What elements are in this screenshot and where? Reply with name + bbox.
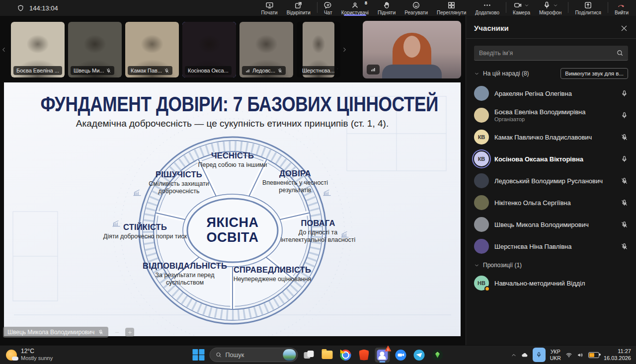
search-highlight-image[interactable]	[283, 349, 296, 361]
more-dots-icon	[483, 1, 491, 9]
mic-muted-icon[interactable]	[621, 177, 628, 185]
windows-start-button[interactable]	[191, 348, 206, 363]
mic-on-icon[interactable]	[621, 90, 628, 97]
taskbar-search[interactable]	[210, 348, 298, 362]
video-tile-label: Шерстнєва...	[299, 66, 338, 75]
share-icon	[584, 1, 592, 9]
shared-presentation-slide: ФУНДАМЕНТ ДОВІРИ: 7 БАЗОВИХ ЦІННОСТЕЙ Ак…	[4, 82, 461, 336]
search-input[interactable]	[474, 46, 628, 61]
teams-button[interactable]: !	[375, 348, 390, 363]
view-button[interactable]: Переглянути	[432, 0, 471, 16]
system-tray: УКР UKR 11:27 16.03.2026	[511, 348, 636, 362]
onedrive-icon[interactable]	[521, 352, 528, 359]
segment-title: ЧЕСНІСТЬ	[190, 151, 275, 160]
mute-all-button[interactable]: Вимкнути звук для в...	[560, 68, 628, 79]
start-presenting-button[interactable]: Почати	[256, 0, 282, 16]
values-wheel-diagram	[4, 82, 461, 336]
zoom-out-button[interactable]	[112, 328, 121, 337]
participant-row[interactable]: Боєва Евеліна Володимирівна Організатор	[466, 104, 636, 126]
chrome-button[interactable]	[338, 348, 353, 363]
participant-name: Камак Павличко Владиславович	[494, 134, 615, 141]
taskbar-search-input[interactable]	[226, 352, 280, 359]
video-tile-label: Боєва Евеліна ...	[13, 66, 62, 75]
chevron-down-icon[interactable]	[553, 3, 558, 8]
weather-icon	[6, 350, 17, 361]
chevron-down-icon[interactable]	[524, 3, 529, 8]
wheel-segment-label: РІШУЧІСТЬ Сміливість захищати доброчесні…	[136, 170, 222, 196]
teams-meeting-window: 144:13:04 Почати Відкріпити Чат 8 Корист…	[0, 0, 636, 364]
video-tile[interactable]: Боєва Евеліна ...	[11, 22, 65, 77]
video-filmstrip: Боєва Евеліна ... Швець Ми...	[0, 20, 466, 79]
wifi-icon[interactable]	[565, 352, 572, 359]
participant-search[interactable]	[474, 46, 628, 61]
mic-button[interactable]: Мікрофон	[535, 0, 566, 16]
weather-temp: 12°C	[21, 348, 53, 355]
popout-button[interactable]: Відкріпити	[282, 0, 315, 16]
chevron-right-icon	[341, 46, 348, 53]
task-view-button[interactable]	[302, 348, 317, 363]
telegram-button[interactable]	[412, 348, 427, 363]
participant-row[interactable]: Швець Микола Володимирович	[466, 214, 636, 235]
panel-title: Учасники	[474, 24, 509, 32]
leave-button[interactable]: Вийти	[610, 0, 633, 16]
grid-view-icon	[447, 1, 456, 9]
file-explorer-button[interactable]	[320, 348, 335, 363]
segment-description: Діяти доброчесно попри тиск	[102, 233, 188, 240]
section-suggestions[interactable]: Пропозиції (1)	[466, 257, 636, 272]
participant-row[interactable]: КВ Камак Павличко Владиславович	[466, 126, 636, 148]
close-icon[interactable]	[620, 24, 628, 32]
more-button[interactable]: Додатково	[471, 0, 504, 16]
share-button[interactable]: Поділитися	[570, 0, 606, 16]
mic-muted-icon[interactable]	[621, 199, 628, 207]
mic-on-icon[interactable]	[621, 112, 628, 119]
mic-muted-icon[interactable]	[621, 221, 628, 228]
chat-button[interactable]: Чат	[319, 0, 337, 16]
zoom-button[interactable]	[394, 348, 408, 363]
language-switcher[interactable]: УКР UKR	[550, 349, 561, 361]
volume-icon[interactable]	[577, 352, 584, 359]
weather-widget[interactable]: 12°C Mostly sunny	[0, 348, 53, 361]
video-tile-label: Швець Ми...	[71, 66, 114, 75]
suggestion-row[interactable]: НВ Навчально-методичний Відділ	[466, 272, 636, 294]
suggestion-name: Навчально-методичний Відділ	[494, 280, 628, 287]
camera-button[interactable]: Камера	[508, 0, 535, 16]
section-in-this-meeting[interactable]: На цій нараді (8) Вимкнути звук для в...	[466, 64, 636, 82]
mic-in-use-indicator[interactable]	[533, 348, 546, 362]
mic-icon	[536, 352, 542, 358]
shield-icon	[17, 4, 24, 12]
sims-button[interactable]	[430, 348, 445, 363]
participant-row[interactable]: КВ Косінова Оксана Вікторівна	[466, 148, 636, 170]
filmstrip-next-button[interactable]	[340, 40, 348, 60]
video-tile[interactable]: Ледовс...	[239, 22, 293, 77]
task-view-icon	[304, 351, 314, 360]
mic-muted-icon	[106, 68, 111, 73]
participant-name: Боєва Евеліна Володимирівна	[494, 108, 615, 116]
participant-row[interactable]: Ледовський Володимир Русланович	[466, 170, 636, 192]
mic-muted-icon[interactable]	[621, 243, 628, 250]
participant-row[interactable]: Шерстнєва Ніна Павлівна	[466, 235, 636, 257]
brave-button[interactable]	[357, 348, 372, 363]
mic-icon	[543, 1, 551, 9]
video-tile[interactable]: Шерстнєва...	[297, 22, 340, 77]
video-tile[interactable]: Камак Пав...	[125, 22, 179, 77]
mic-muted-icon[interactable]	[621, 134, 628, 141]
segment-description: Перед собою та іншими	[190, 161, 275, 169]
meeting-stage: Боєва Евеліна ... Швець Ми...	[0, 16, 466, 345]
mic-muted-icon	[277, 68, 283, 73]
participant-row[interactable]: Нікітенко Ольга Сергіївна	[466, 192, 636, 214]
taskbar-clock[interactable]: 11:27 16.03.2026	[604, 348, 631, 362]
people-button[interactable]: 8 Користувачі	[337, 0, 373, 16]
mic-on-icon[interactable]	[621, 155, 628, 163]
battery-icon[interactable]	[588, 352, 599, 358]
participant-row[interactable]: Аракелян Регіна Олегівна	[466, 82, 636, 104]
video-tile[interactable]: Косінова Окса...	[182, 22, 236, 77]
chrome-icon	[340, 350, 351, 361]
video-tile[interactable]: Швець Ми...	[68, 22, 122, 77]
signal-bars-icon	[367, 65, 380, 74]
spotlight-video-tile[interactable]	[363, 21, 461, 78]
chevron-up-icon[interactable]	[511, 352, 517, 358]
filmstrip-prev-button[interactable]	[0, 40, 8, 60]
zoom-in-button[interactable]	[125, 328, 134, 337]
raise-hand-button[interactable]: Підняти	[373, 0, 400, 16]
react-button[interactable]: Реагувати	[400, 0, 432, 16]
